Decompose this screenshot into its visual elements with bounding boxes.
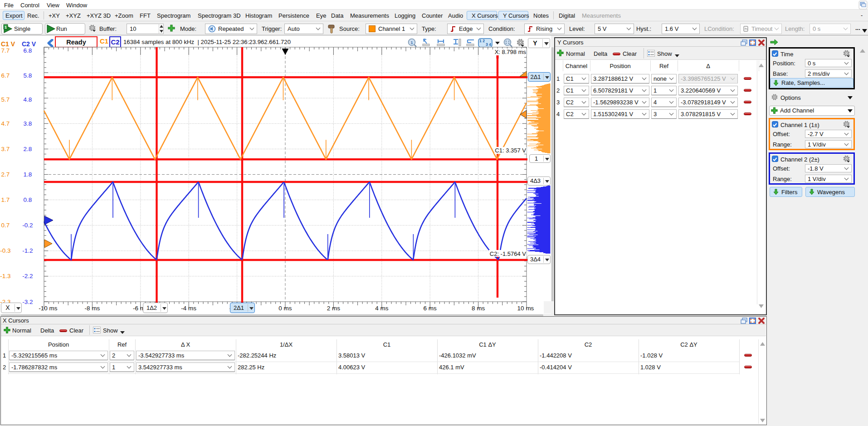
svg-text:-4 ms: -4 ms — [181, 305, 196, 312]
svg-text:-1.2: -1.2 — [22, 247, 33, 254]
svg-text:0.7: 0.7 — [1, 222, 10, 229]
svg-text:0.8: 0.8 — [24, 196, 32, 203]
svg-text:-10 ms: -10 ms — [39, 305, 58, 312]
svg-text:-0.2: -0.2 — [22, 222, 33, 229]
svg-text:1: 1 — [5, 25, 7, 29]
svg-text:7.7: 7.7 — [1, 47, 10, 54]
svg-text:5.8: 5.8 — [24, 72, 32, 79]
svg-text:10 ms: 10 ms — [517, 305, 534, 312]
svg-text:4.7: 4.7 — [1, 120, 10, 127]
svg-text:C2: -1.5764 V: C2: -1.5764 V — [490, 250, 527, 257]
svg-text:1.7: 1.7 — [1, 196, 10, 203]
svg-text:0 ms: 0 ms — [278, 305, 292, 312]
svg-text:8 ms: 8 ms — [472, 305, 485, 312]
svg-text:6.7: 6.7 — [1, 72, 10, 79]
svg-text:X: 8.798 ms: X: 8.798 ms — [495, 49, 527, 55]
svg-text:-1.3: -1.3 — [0, 273, 10, 279]
svg-text:-0.3: -0.3 — [0, 247, 10, 254]
svg-text:2.8: 2.8 — [24, 146, 32, 152]
svg-text:6 ms: 6 ms — [424, 305, 437, 312]
svg-text:2 ms: 2 ms — [327, 305, 341, 312]
svg-text:3.7: 3.7 — [1, 146, 10, 152]
svg-text:6.8: 6.8 — [24, 47, 32, 54]
svg-text:C1: 3.357 V: C1: 3.357 V — [495, 147, 526, 154]
svg-text:5.7: 5.7 — [1, 96, 10, 103]
svg-text:-2.2: -2.2 — [22, 273, 33, 279]
svg-text:-8 ms: -8 ms — [85, 305, 100, 312]
svg-text:1.8: 1.8 — [24, 171, 32, 178]
svg-text:4.8: 4.8 — [24, 96, 32, 103]
svg-text:-3.2: -3.2 — [22, 299, 33, 305]
svg-text:3.8: 3.8 — [24, 120, 32, 127]
svg-text:4 ms: 4 ms — [375, 305, 389, 312]
svg-text:2.7: 2.7 — [1, 171, 10, 178]
